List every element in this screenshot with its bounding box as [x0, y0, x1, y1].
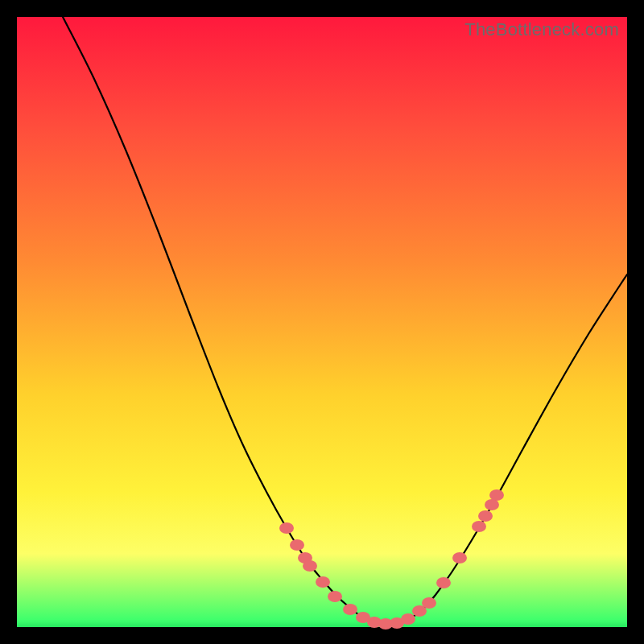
- data-marker: [452, 552, 467, 564]
- data-marker: [422, 597, 436, 609]
- data-marker: [472, 521, 486, 532]
- data-marker: [316, 576, 330, 588]
- data-marker: [303, 560, 317, 572]
- data-marker: [478, 510, 493, 522]
- data-marker: [401, 613, 415, 625]
- curve-path: [63, 17, 627, 624]
- data-marker: [485, 499, 499, 510]
- data-marker: [290, 539, 304, 551]
- data-marker: [328, 591, 342, 602]
- curve-markers: [279, 489, 504, 630]
- data-marker: [489, 489, 504, 501]
- data-marker: [279, 522, 294, 534]
- data-marker: [343, 604, 357, 615]
- chart-frame: TheBottleneck.com: [0, 0, 644, 644]
- bottleneck-curve: [17, 17, 627, 627]
- data-marker: [436, 577, 451, 588]
- plot-area: TheBottleneck.com: [17, 17, 627, 627]
